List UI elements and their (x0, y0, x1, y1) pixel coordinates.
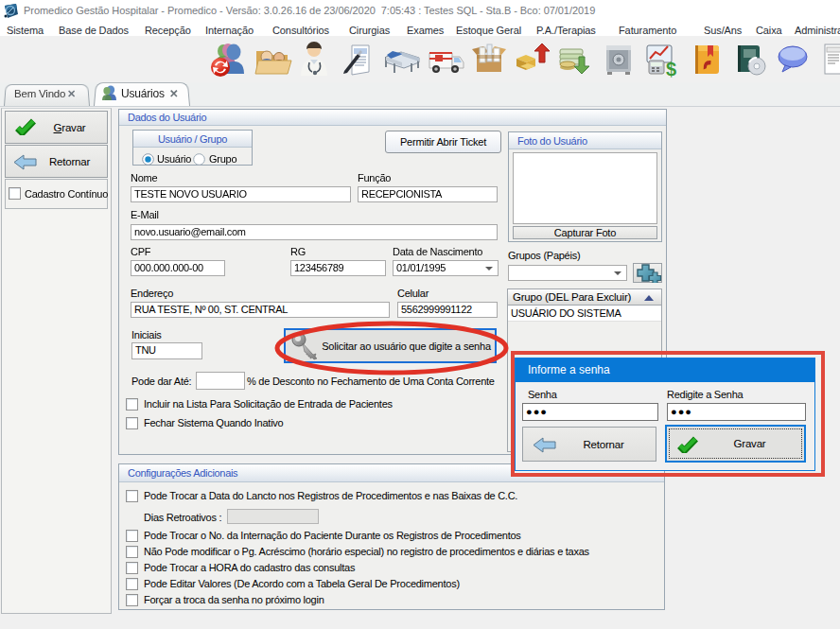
svg-text:$: $ (666, 59, 676, 79)
